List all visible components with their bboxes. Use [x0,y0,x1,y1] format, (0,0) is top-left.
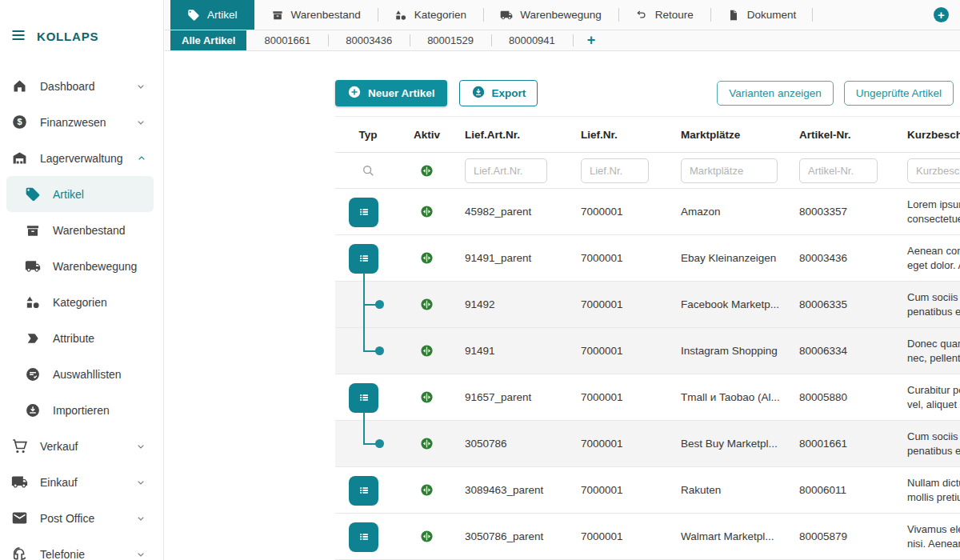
filter-input-artikel-nr[interactable] [799,158,878,183]
add-tab-button[interactable]: + [934,7,949,22]
tab-kategorien[interactable]: Kategorien [378,0,483,30]
aktiv-status-icon[interactable] [401,298,453,311]
sidebar-item-label: Warenbewegung [53,260,137,273]
lief-art-nr-cell: 3050786_parent [453,530,569,542]
column-header-lief-nr[interactable]: Lief.Nr. [569,129,669,141]
aktiv-status-icon[interactable] [401,530,453,543]
tab-artikel[interactable]: Artikel [170,0,254,30]
sidebar-item-label: Warenbestand [53,224,126,237]
aktiv-status-icon[interactable] [401,251,453,265]
download-circle-icon [471,85,486,102]
sidebar-item-verkauf[interactable]: Verkauf [6,428,154,464]
subtab-80003436[interactable]: 80003436 [328,30,410,50]
aktiv-status-icon[interactable] [401,205,453,218]
aktiv-status-icon[interactable] [401,483,453,497]
kurzbeschreibung-cell: Cum sociis natoque penatibus et magnis d… [907,290,960,318]
aktiv-status-icon[interactable] [401,390,453,404]
table-header-row: TypAktivLief.Art.Nr.Lief.Nr.MarktplätzeA… [335,116,960,153]
subtab-80001661[interactable]: 80001661 [246,30,328,50]
sidebar-item-warenbestand[interactable]: Warenbestand [6,212,154,248]
flip-icon [420,344,434,358]
tab-dokument[interactable]: Dokument [710,0,814,30]
chevron-up-icon [135,152,148,165]
sidebar-item-warenbewegung[interactable]: Warenbewegung [6,248,154,284]
sidebar-item-artikel[interactable]: Artikel [6,176,154,212]
aktiv-status-icon[interactable] [401,437,453,450]
lief-nr-cell: 7000001 [569,345,669,357]
tree-connector [363,412,365,421]
sidebar-item-importieren[interactable]: Importieren [6,392,154,428]
flip-icon [420,530,434,543]
add-subtab-button[interactable]: + [573,30,610,50]
chevron-down-icon [134,440,147,453]
tree-node-dot [375,439,384,448]
variant-list-button[interactable] [349,476,378,506]
typ-cell [335,235,401,281]
list-icon [355,203,373,221]
filter-input-kurzbeschreibung[interactable] [907,158,960,183]
table-row: 3089463_parent7000001Rakuten80006011Null… [335,467,960,514]
sidebar-item-lagerverwaltung[interactable]: Lagerverwaltung [6,140,154,176]
tag-icon [25,186,41,202]
brand: KOLLAPS [0,0,163,46]
unchecked-articles-button[interactable]: Ungeprüfte Artikel [844,81,954,106]
sidebar-item-telefonie[interactable]: Telefonie [6,536,154,560]
variant-list-button[interactable] [349,522,378,552]
sidebar-item-finanzwesen[interactable]: $Finanzwesen [6,104,154,140]
variant-list-button[interactable] [349,244,378,274]
kurzbeschreibung-cell: Lorem ipsum dolor sit amet, consectetuer… [907,198,960,226]
delivery-icon [11,474,28,490]
lief-nr-cell: 7000001 [569,530,669,542]
artikel-nr-cell: 80003436 [787,252,895,264]
artikel-nr-cell: 80005879 [787,530,895,542]
typ-cell [335,467,401,513]
menu-icon [10,27,26,43]
filter-aktiv-toggle[interactable] [401,164,453,178]
lief-nr-cell: 7000001 [569,484,669,496]
typ-cell [335,514,401,559]
variant-list-button[interactable] [349,198,378,227]
table-row: 3050786_parent7000001Walmart Marketpl...… [335,514,960,560]
sidebar-item-einkauf[interactable]: Einkauf [6,464,154,500]
typ-cell [335,374,401,420]
typ-cell [335,421,401,466]
subtab-80000941[interactable]: 80000941 [491,30,573,50]
svg-text:$: $ [17,117,22,126]
lief-nr-cell: 7000001 [569,252,669,264]
subtab-alle-artikel[interactable]: Alle Artikel [170,30,246,50]
sidebar-item-dashboard[interactable]: Dashboard [6,68,154,104]
tab-warenbestand[interactable]: Warenbestand [254,0,378,30]
sidebar-item-post-office[interactable]: Post Office [6,500,154,536]
variant-list-button[interactable] [349,383,378,413]
main-tabbar: ArtikelWarenbestandKategorienWarenbewegu… [165,0,960,30]
sidebar-item-label: Post Office [40,512,94,525]
filter-input-lief-art-nr[interactable] [465,158,547,183]
sidebar-item-auswahllisten[interactable]: Auswahllisten [6,356,154,392]
filter-input-marktplaetze[interactable] [681,158,778,183]
typ-cell [335,189,401,234]
artikel-nr-cell: 80006335 [787,298,895,310]
column-header-marktpl-tze[interactable]: Marktplätze [669,129,787,141]
chevron-down-icon [134,116,147,129]
filter-typ[interactable] [335,163,401,178]
menu-icon[interactable] [10,27,26,46]
column-header-artikel-nr[interactable]: Artikel-Nr. [787,129,895,141]
column-header-typ[interactable]: Typ [335,129,401,141]
subtab-80001529[interactable]: 80001529 [410,30,491,50]
aktiv-status-icon[interactable] [401,344,453,358]
column-header-lief-art-nr[interactable]: Lief.Art.Nr. [453,129,569,141]
tab-retoure[interactable]: Retoure [618,0,710,30]
show-variants-button[interactable]: Varianten anzeigen [717,81,833,106]
sidebar-item-label: Verkauf [40,440,78,453]
sidebar-item-attribute[interactable]: Attribute [6,320,154,356]
column-header-aktiv[interactable]: Aktiv [401,129,453,141]
sidebar: KOLLAPS Dashboard$FinanzwesenLagerverwal… [0,0,164,560]
filter-input-lief-nr[interactable] [581,158,649,183]
sidebar-item-kategorien[interactable]: Kategorien [6,284,154,320]
column-header-kurzbeschreibung[interactable]: Kurzbeschreibung [895,129,960,141]
tab-warenbewegung[interactable]: Warenbewegung [483,0,618,30]
new-article-button[interactable]: Neuer Artikel [335,80,447,106]
truck-icon [25,258,41,274]
export-button[interactable]: Export [459,80,538,106]
sub-tabbar: Alle Artikel8000166180003436800015298000… [165,30,960,51]
